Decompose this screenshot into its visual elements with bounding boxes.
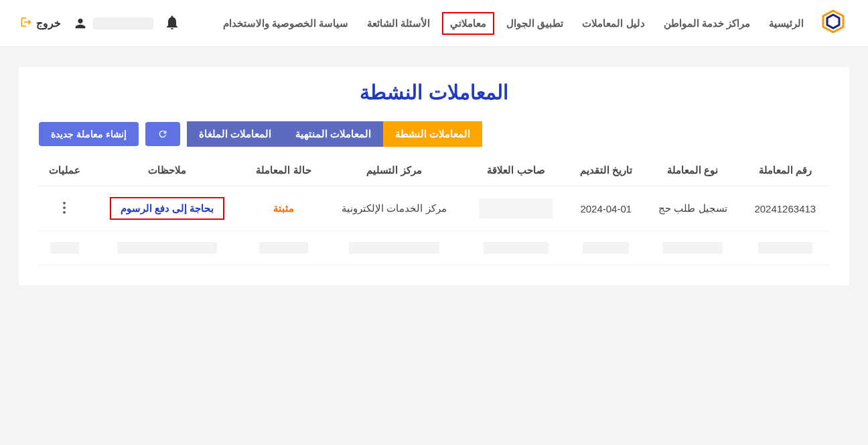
- transactions-table: رقم المعاملة نوع المعاملة تاريخ التقديم …: [39, 155, 829, 265]
- col-actions: عمليات: [39, 155, 90, 186]
- col-status: حالة المعاملة: [244, 155, 324, 186]
- cell-number: 20241263413: [741, 186, 829, 231]
- col-number: رقم المعاملة: [741, 155, 829, 186]
- refresh-button[interactable]: [145, 122, 180, 146]
- logo[interactable]: [818, 9, 848, 38]
- svg-point-0: [63, 202, 66, 204]
- cell-status: مثبتة: [244, 186, 324, 231]
- nav-guide[interactable]: دليل المعاملات: [575, 12, 651, 35]
- nav-mobile[interactable]: تطبيق الجوال: [500, 12, 570, 35]
- controls-row: المعاملات النشطة المعاملات المنتهية المع…: [19, 121, 849, 147]
- tab-finished[interactable]: المعاملات المنتهية: [283, 121, 383, 147]
- cell-owner: [465, 186, 568, 231]
- logo-icon: [819, 9, 847, 38]
- logout-label: خروج: [36, 17, 61, 29]
- create-transaction-button[interactable]: إنشاء معاملة جديدة: [39, 122, 139, 146]
- kebab-menu-icon: [63, 202, 66, 214]
- refresh-icon: [157, 129, 168, 139]
- user-name: [93, 17, 153, 29]
- svg-point-2: [63, 211, 66, 214]
- cell-type: تسجيل طلب حج: [644, 186, 741, 231]
- table-row-blurred: [39, 231, 829, 265]
- nav-faq[interactable]: الأسئلة الشائعة: [360, 12, 437, 35]
- col-center: مركز التسليم: [323, 155, 464, 186]
- cell-notes: بحاجة إلى دفع الرسوم: [90, 186, 244, 231]
- user-area[interactable]: [73, 16, 153, 31]
- cell-date: 2024-04-01: [567, 186, 644, 231]
- col-notes: ملاحظات: [90, 155, 244, 186]
- bell-icon[interactable]: [165, 15, 179, 32]
- action-buttons: إنشاء معاملة جديدة: [39, 122, 180, 146]
- navbar: الرئيسية مراكز خدمة المواطن دليل المعامل…: [0, 0, 868, 47]
- cell-actions[interactable]: [39, 186, 90, 231]
- table-wrapper: رقم المعاملة نوع المعاملة تاريخ التقديم …: [19, 147, 849, 265]
- main-container: المعاملات النشطة المعاملات النشطة المعام…: [19, 67, 849, 285]
- table-row: 20241263413 تسجيل طلب حج 2024-04-01 مركز…: [39, 186, 829, 231]
- tabs: المعاملات النشطة المعاملات المنتهية المع…: [187, 121, 483, 147]
- cell-center: مركز الخدمات الإلكترونية: [323, 186, 464, 231]
- nav-transactions[interactable]: معاملاتي: [442, 12, 494, 35]
- logout-button[interactable]: خروج: [20, 16, 61, 31]
- table-header-row: رقم المعاملة نوع المعاملة تاريخ التقديم …: [39, 155, 829, 186]
- nav-privacy[interactable]: سياسة الخصوصية والاستخدام: [216, 12, 355, 35]
- col-owner: صاحب العلاقة: [465, 155, 568, 186]
- nav-right: خروج: [20, 15, 179, 32]
- nav-home[interactable]: الرئيسية: [762, 12, 810, 35]
- tab-active[interactable]: المعاملات النشطة: [383, 121, 482, 147]
- nav-centers[interactable]: مراكز خدمة المواطن: [657, 12, 757, 35]
- svg-point-1: [63, 206, 66, 209]
- page-title: المعاملات النشطة: [19, 67, 849, 121]
- tab-cancelled[interactable]: المعاملات الملغاة: [187, 121, 283, 147]
- logout-icon: [20, 16, 32, 31]
- nav-items: الرئيسية مراكز خدمة المواطن دليل المعامل…: [179, 12, 810, 35]
- user-icon: [73, 16, 88, 31]
- col-type: نوع المعاملة: [644, 155, 741, 186]
- col-date: تاريخ التقديم: [567, 155, 644, 186]
